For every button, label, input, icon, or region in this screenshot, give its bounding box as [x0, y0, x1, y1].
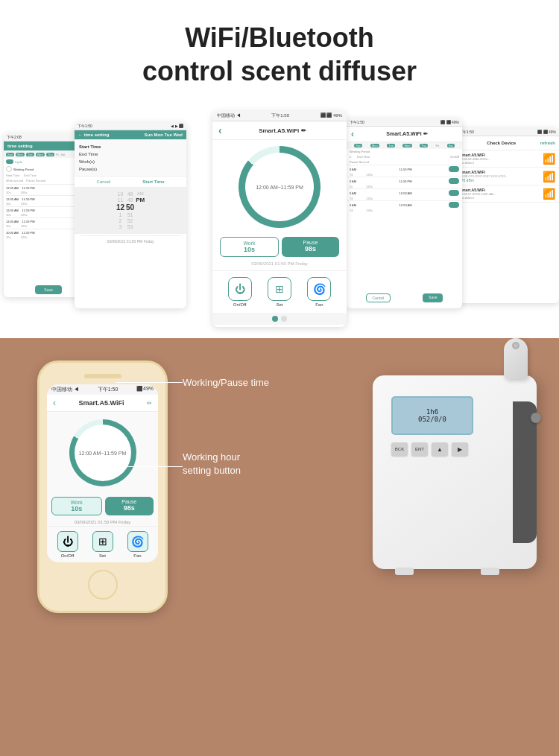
diffuser-device: 1h6 052/0/0 BCK ENT ▲ ▶ [358, 338, 537, 569]
circular-display: 12:00 AM~11:59 PM [47, 412, 158, 494]
date-display: 03/09/2021 01:50 PM Friday [47, 518, 158, 526]
back-control[interactable]: BCK [391, 442, 408, 456]
device-screen: 1h6 052/0/0 [391, 396, 473, 435]
device-nozzle [504, 338, 528, 379]
set-icon: ⊞ [92, 531, 113, 552]
set-icon-item[interactable]: ⊞ Set [92, 531, 113, 558]
fan-icon: 🌀 [127, 531, 148, 552]
time-display: 12:00 AM~11:59 PM [75, 425, 131, 481]
working-hour-text: Working hour setting button [183, 451, 241, 476]
screenshots-area: 下午2:08 ◀ ▶ ⬛ time setting Sun Mon Tue We… [0, 100, 559, 338]
work-button[interactable]: Work 10s [51, 497, 102, 515]
device-controls: BCK ENT ▲ ▶ [391, 442, 468, 456]
screenshot-far-right: 下午1:50 ⬛ ⬛ 49% ‹ Check Device refresh Sm… [456, 128, 559, 303]
screenshot-center: 中国移动 ◀ 下午1:50 ⬛ ⬛ 49% ‹ Smart.A5.WiFi ✏ … [212, 111, 347, 327]
phone-home-button[interactable] [88, 570, 118, 600]
pause-button[interactable]: Pause 98s [105, 497, 154, 515]
phone-status-bar: 中国移动 ◀ 下午1:50 ⬛49% [47, 384, 158, 395]
device-strip [513, 401, 537, 543]
onoff-icon-item[interactable]: ⏻ On/Off [57, 531, 78, 558]
progress-ring: 12:00 AM~11:59 PM [69, 419, 136, 486]
phone-notch [84, 374, 121, 378]
screenshot-left: 下午1:50 ◀ ▶ ⬛ ← time setting Sun Mon Tue … [75, 122, 186, 308]
app-bottom-icons: ⏻ On/Off ⊞ Set 🌀 Fan [47, 526, 158, 562]
fan-icon-item[interactable]: 🌀 Fan [127, 531, 148, 558]
page-title: WiFi/Bluetooth control scent diffuser [15, 21, 544, 88]
phone-app-header: ‹ Smart.A5.WiFi ✏ [47, 395, 158, 412]
back-arrow-icon[interactable]: ‹ [53, 398, 56, 408]
phone-mockup: 中国移动 ◀ 下午1:50 ⬛49% ‹ Smart.A5.WiFi ✏ 12:… [37, 360, 168, 613]
right-control[interactable]: ▶ [452, 442, 468, 456]
work-pause-row: Work 10s Pause 98s [47, 494, 158, 518]
phone-screen: 中国移动 ◀ 下午1:50 ⬛49% ‹ Smart.A5.WiFi ✏ 12:… [47, 384, 158, 562]
device-knob[interactable] [531, 413, 541, 423]
phone-app-title: Smart.A5.WiFi [59, 399, 144, 407]
working-hour-label: Working hour setting button [183, 450, 241, 477]
working-pause-label: Working/Pause time [183, 375, 269, 389]
bottom-section: 中国移动 ◀ 下午1:50 ⬛49% ‹ Smart.A5.WiFi ✏ 12:… [0, 338, 559, 644]
up-control[interactable]: ▲ [432, 442, 448, 456]
working-pause-text: Working/Pause time [183, 377, 269, 388]
screenshot-right1: 下午1:50 ⬛ ⬛ 49% ‹ Smart.A5.WiFi ✏ Sun Mon… [347, 118, 462, 308]
ent-control[interactable]: ENT [411, 442, 428, 456]
edit-icon[interactable]: ✏ [147, 400, 152, 407]
onoff-icon: ⏻ [57, 531, 78, 552]
header: WiFi/Bluetooth control scent diffuser [0, 0, 559, 100]
